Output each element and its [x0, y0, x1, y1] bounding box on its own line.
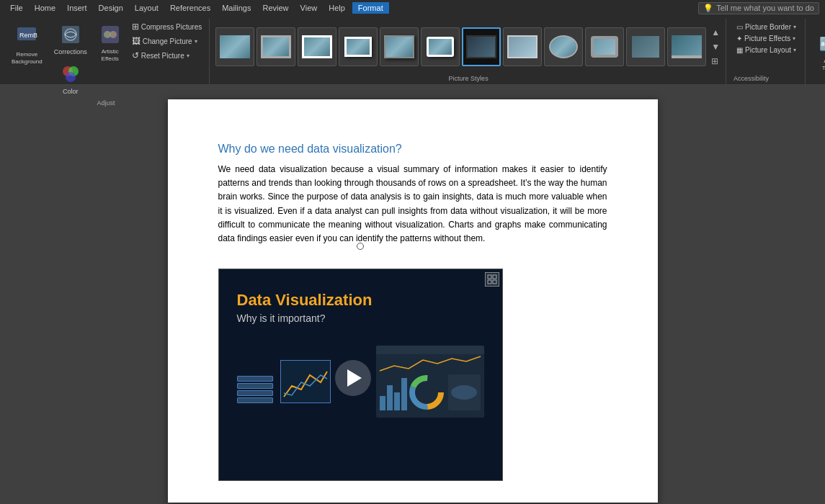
change-pic-icon: 🖼	[132, 36, 141, 46]
picture-border-label: Picture Border	[745, 23, 791, 31]
artistic-effects-label: ArtisticEffects	[102, 48, 119, 62]
dashboard-graphic	[376, 346, 484, 418]
menu-help[interactable]: Help	[324, 2, 349, 14]
chart-graphic	[280, 360, 331, 403]
menu-layout[interactable]: Layout	[130, 2, 163, 14]
picture-styles-label: Picture Styles	[215, 73, 721, 84]
document-page: Why do we need data visualization? We ne…	[168, 99, 658, 503]
svg-point-6	[66, 72, 76, 82]
color-icon	[59, 63, 82, 86]
menu-insert[interactable]: Insert	[63, 2, 92, 14]
compress-pictures-button[interactable]: ⊞ Compress Pictures	[129, 20, 205, 33]
picture-layout-button[interactable]: ▦ Picture Layout ▾	[733, 45, 799, 55]
border-chevron: ▾	[793, 24, 796, 30]
video-content: Data Visualization Why is it important?	[219, 269, 502, 480]
menu-home[interactable]: Home	[30, 2, 60, 14]
svg-rect-26	[376, 346, 484, 354]
artistic-effects-icon	[99, 23, 122, 46]
remove-bg-icon: RemBg	[16, 23, 37, 49]
video-title: Data Visualization	[237, 291, 484, 310]
layout-icon: ▦	[736, 46, 743, 54]
change-picture-button[interactable]: 🖼 Change Picture ▾	[129, 35, 205, 48]
alt-text-icon: 🔤	[816, 32, 825, 55]
server-graphic	[237, 376, 273, 403]
picture-style-3[interactable]	[298, 27, 336, 66]
reset-picture-button[interactable]: ↺ Reset Picture ▾	[129, 49, 205, 62]
video-play-area	[237, 338, 484, 418]
accessibility-label: Accessibility	[733, 75, 799, 82]
picture-styles-gallery: ▲ ▼ ⊞	[215, 20, 721, 73]
menu-format[interactable]: Format	[352, 2, 389, 14]
picture-style-10[interactable]	[585, 27, 624, 66]
gallery-scroll-up[interactable]: ▲	[710, 26, 721, 39]
picture-style-7[interactable]	[462, 27, 501, 66]
document-heading: Why do we need data visualization?	[218, 143, 607, 156]
picture-border-button[interactable]: ▭ Picture Border ▾	[733, 22, 799, 32]
menu-review[interactable]: Review	[259, 2, 293, 14]
compress-label: Compress Pictures	[141, 23, 202, 31]
picture-style-8[interactable]	[503, 27, 542, 66]
svg-rect-27	[380, 396, 385, 410]
svg-point-9	[110, 31, 117, 38]
reset-icon: ↺	[132, 50, 139, 60]
svg-rect-30	[401, 378, 407, 410]
picture-style-4[interactable]	[339, 27, 378, 66]
corrections-label: Corrections	[54, 48, 87, 55]
border-icon: ▭	[736, 23, 743, 31]
corrections-icon	[59, 23, 82, 46]
effects-icon: ✦	[736, 35, 742, 42]
corrections-button[interactable]: Corrections	[50, 20, 92, 58]
alt-text-label: AltText	[822, 58, 825, 71]
picture-style-9[interactable]	[544, 27, 583, 66]
picture-style-12[interactable]	[667, 27, 706, 66]
color-button[interactable]: Color	[50, 60, 92, 98]
menu-view[interactable]: View	[296, 2, 322, 14]
reset-picture-label: Reset Picture	[141, 52, 184, 60]
picture-styles-group: ▲ ▼ ⊞ Picture Styles	[211, 19, 726, 85]
svg-text:RemBg: RemBg	[19, 32, 37, 39]
color-label: Color	[63, 88, 79, 95]
menu-mailings[interactable]: Mailings	[218, 2, 255, 14]
picture-style-6[interactable]	[421, 27, 460, 66]
lightbulb-icon: 💡	[703, 4, 713, 13]
change-picture-label: Change Picture	[143, 37, 192, 45]
effects-chevron: ▾	[793, 35, 795, 42]
menu-design[interactable]: Design	[94, 2, 128, 14]
rotate-handle[interactable]	[357, 243, 364, 250]
document-body: We need data visualization because a vis…	[218, 163, 607, 246]
document-area: Why do we need data visualization? We ne…	[0, 85, 825, 504]
video-thumbnail[interactable]: Data Visualization Why is it important?	[218, 269, 503, 481]
picture-effects-button[interactable]: ✦ Picture Effects ▾	[733, 33, 799, 44]
picture-style-5[interactable]	[380, 27, 419, 66]
video-wrapper: Data Visualization Why is it important?	[218, 257, 503, 481]
menu-bar: File Home Insert Design Layout Reference…	[0, 0, 825, 16]
ribbon: RemBg RemoveBackground	[0, 16, 825, 85]
adjust-group-label: Adjust	[97, 98, 115, 108]
menu-references[interactable]: References	[166, 2, 215, 14]
layout-chevron: ▾	[793, 47, 796, 53]
reset-picture-chevron: ▾	[187, 53, 189, 59]
compress-icon: ⊞	[132, 22, 139, 32]
alt-text-button[interactable]: 🔤 AltText	[811, 30, 825, 74]
gallery-scroll-down[interactable]: ▼	[710, 40, 721, 53]
svg-point-35	[451, 385, 477, 400]
menu-file[interactable]: File	[6, 2, 27, 14]
remove-bg-label: RemoveBackground	[12, 51, 43, 65]
video-left-graphic	[237, 360, 331, 403]
picture-style-2[interactable]	[257, 27, 295, 66]
picture-style-1[interactable]	[215, 27, 254, 66]
artistic-effects-button[interactable]: ArtisticEffects	[94, 20, 126, 65]
gallery-expand[interactable]: ⊞	[710, 55, 721, 68]
svg-rect-28	[387, 385, 393, 410]
play-triangle-icon	[347, 369, 362, 387]
video-subtitle: Why is it important?	[237, 312, 484, 324]
video-play-button[interactable]	[335, 360, 371, 396]
search-placeholder: Tell me what you want to do	[716, 4, 814, 12]
remove-background-button[interactable]: RemBg RemoveBackground	[7, 20, 47, 68]
adjust-group: RemBg RemoveBackground	[3, 19, 210, 85]
menu-search[interactable]: 💡 Tell me what you want to do	[698, 2, 819, 14]
change-picture-chevron: ▾	[195, 38, 197, 45]
picture-effects-label: Picture Effects	[744, 35, 790, 42]
svg-rect-29	[394, 392, 400, 410]
picture-style-11[interactable]	[626, 27, 665, 66]
